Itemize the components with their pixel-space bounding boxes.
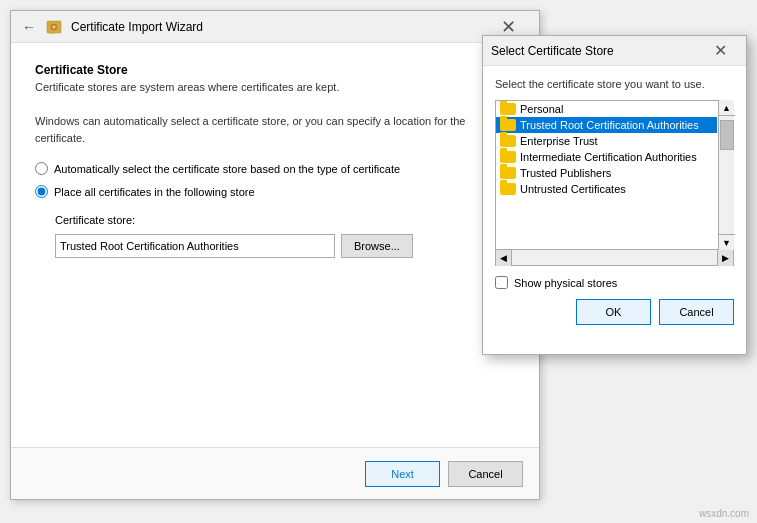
- tree-item-label: Intermediate Certification Authorities: [520, 151, 697, 163]
- dialog-close-icon: ✕: [714, 41, 727, 60]
- folder-icon: [500, 151, 516, 163]
- next-button[interactable]: Next: [365, 461, 440, 487]
- browse-button[interactable]: Browse...: [341, 234, 413, 258]
- cert-store-row: Browse...: [55, 234, 515, 258]
- hscroll-left-btn[interactable]: ◀: [496, 250, 512, 266]
- certificate-icon: [45, 17, 65, 37]
- watermark: wsxdn.com: [699, 508, 749, 519]
- tree-item[interactable]: Personal: [496, 101, 717, 117]
- dialog-title: Select Certificate Store: [491, 44, 614, 58]
- titlebar-left: ← Certificate Import Wizard: [19, 17, 203, 37]
- section-description: Certificate stores are system areas wher…: [35, 81, 515, 93]
- cancel-button[interactable]: Cancel: [448, 461, 523, 487]
- dialog-close-button[interactable]: ✕: [702, 36, 738, 66]
- radio-group: Automatically select the certificate sto…: [35, 162, 515, 198]
- tree-item-label: Personal: [520, 103, 563, 115]
- folder-icon: [500, 135, 516, 147]
- wizard-titlebar: ← Certificate Import Wizard ✕: [11, 11, 539, 43]
- svg-rect-3: [53, 31, 55, 34]
- folder-icon: [500, 103, 516, 115]
- folder-icon: [500, 119, 516, 131]
- vscroll-up-btn[interactable]: ▲: [719, 100, 735, 116]
- cert-store-input[interactable]: [55, 234, 335, 258]
- tree-wrapper: PersonalTrusted Root Certification Autho…: [495, 100, 734, 250]
- tree-item-label: Trusted Root Certification Authorities: [520, 119, 699, 131]
- folder-icon: [500, 183, 516, 195]
- wizard-title: Certificate Import Wizard: [71, 20, 203, 34]
- radio-place-item: Place all certificates in the following …: [35, 185, 515, 198]
- show-physical-checkbox[interactable]: [495, 276, 508, 289]
- dialog-description: Select the certificate store you want to…: [495, 78, 734, 90]
- dialog-ok-button[interactable]: OK: [576, 299, 651, 325]
- tree-item[interactable]: Trusted Root Certification Authorities: [496, 117, 717, 133]
- section-title: Certificate Store: [35, 63, 515, 77]
- tree-item[interactable]: Untrusted Certificates: [496, 181, 717, 197]
- vscroll-down-btn[interactable]: ▼: [719, 234, 735, 250]
- svg-rect-2: [50, 31, 52, 34]
- svg-point-4: [53, 25, 56, 28]
- tree-item-label: Enterprise Trust: [520, 135, 598, 147]
- tree-item[interactable]: Intermediate Certification Authorities: [496, 149, 717, 165]
- tree-item-label: Trusted Publishers: [520, 167, 611, 179]
- back-icon: ←: [22, 19, 36, 35]
- cert-store-tree[interactable]: PersonalTrusted Root Certification Autho…: [495, 100, 734, 250]
- tree-item-label: Untrusted Certificates: [520, 183, 626, 195]
- body-text: Windows can automatically select a certi…: [35, 113, 515, 146]
- wizard-footer: Next Cancel: [11, 447, 539, 499]
- radio-place[interactable]: [35, 185, 48, 198]
- radio-auto-label: Automatically select the certificate sto…: [54, 163, 400, 175]
- show-physical-row: Show physical stores: [495, 276, 734, 289]
- radio-auto-item: Automatically select the certificate sto…: [35, 162, 515, 175]
- folder-icon: [500, 167, 516, 179]
- tree-item[interactable]: Trusted Publishers: [496, 165, 717, 181]
- show-physical-label: Show physical stores: [514, 277, 617, 289]
- radio-place-label: Place all certificates in the following …: [54, 186, 255, 198]
- dialog-cancel-button[interactable]: Cancel: [659, 299, 734, 325]
- dialog-footer: OK Cancel: [483, 289, 746, 337]
- radio-auto[interactable]: [35, 162, 48, 175]
- wizard-content: Certificate Store Certificate stores are…: [11, 43, 539, 447]
- tree-item[interactable]: Enterprise Trust: [496, 133, 717, 149]
- tree-hscrollbar: ◀ ▶: [495, 250, 734, 266]
- cert-store-dialog: Select Certificate Store ✕ Select the ce…: [482, 35, 747, 355]
- back-button[interactable]: ←: [19, 17, 39, 37]
- vscroll-thumb: [720, 120, 734, 150]
- dialog-content: Select the certificate store you want to…: [483, 66, 746, 289]
- hscroll-right-btn[interactable]: ▶: [717, 250, 733, 266]
- dialog-titlebar: Select Certificate Store ✕: [483, 36, 746, 66]
- cert-store-label: Certificate store:: [55, 214, 515, 226]
- wizard-window: ← Certificate Import Wizard ✕ Certificat…: [10, 10, 540, 500]
- hscroll-track: [512, 250, 717, 265]
